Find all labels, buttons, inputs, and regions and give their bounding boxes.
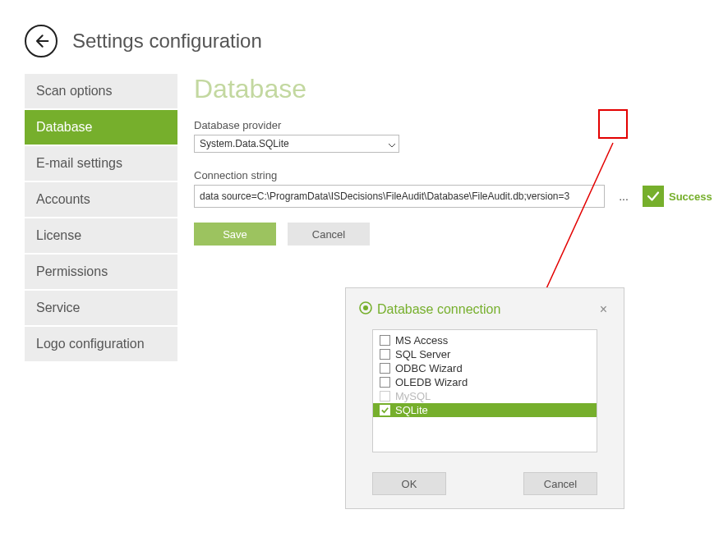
checkbox-icon [380, 405, 390, 415]
provider-select[interactable] [194, 135, 399, 153]
arrow-left-icon [33, 33, 49, 49]
connstr-input[interactable] [194, 185, 605, 208]
db-option-sqlite[interactable]: SQLite [373, 403, 597, 417]
sidebar-item-service[interactable]: Service [25, 291, 177, 325]
db-option-label: SQLite [395, 404, 428, 416]
provider-select-wrap [194, 135, 399, 153]
sidebar-item-accounts[interactable]: Accounts [25, 182, 177, 217]
db-option-label: SQL Server [395, 348, 450, 360]
sidebar-item-logo-configuration[interactable]: Logo configuration [25, 327, 177, 361]
sidebar-item-database[interactable]: Database [25, 110, 177, 145]
sidebar-item-scan-options[interactable]: Scan options [25, 74, 177, 108]
connstr-label: Connection string [194, 169, 728, 181]
provider-label: Database provider [194, 119, 728, 131]
db-option-label: MS Access [395, 334, 448, 347]
db-option-odbc-wizard[interactable]: ODBC Wizard [373, 361, 597, 375]
checkbox-icon [380, 335, 390, 346]
checkbox-icon [380, 391, 390, 402]
success-label: Success [669, 190, 712, 203]
db-option-label: ODBC Wizard [395, 362, 463, 374]
db-option-label: MySQL [395, 390, 431, 402]
cancel-button[interactable]: Cancel [288, 223, 370, 246]
checkbox-icon [380, 363, 390, 374]
sidebar-item-e-mail-settings[interactable]: E-mail settings [25, 146, 177, 181]
db-option-mysql: MySQL [373, 389, 597, 403]
db-connection-dialog: Database connection × MS AccessSQL Serve… [345, 287, 624, 509]
back-button[interactable] [25, 25, 58, 57]
page-title: Settings configuration [72, 30, 262, 53]
dialog-header: Database connection × [359, 301, 611, 318]
connstr-row: ... Success [194, 185, 728, 208]
header: Settings configuration [0, 0, 728, 74]
dialog-title-wrap: Database connection [359, 301, 500, 318]
dialog-cancel-button[interactable]: Cancel [523, 472, 597, 495]
browse-button[interactable]: ... [613, 185, 634, 208]
dialog-button-row: OK Cancel [359, 472, 611, 495]
db-option-sql-server[interactable]: SQL Server [373, 347, 597, 361]
checkbox-icon [380, 377, 390, 388]
database-icon [359, 301, 372, 318]
sidebar-item-license[interactable]: License [25, 218, 177, 253]
success-indicator: Success [643, 186, 712, 207]
sidebar: Scan optionsDatabaseE-mail settingsAccou… [25, 74, 177, 363]
dialog-title: Database connection [377, 302, 500, 317]
sidebar-item-permissions[interactable]: Permissions [25, 255, 177, 289]
save-button[interactable]: Save [194, 223, 276, 246]
checkbox-icon [380, 349, 390, 360]
close-icon[interactable]: × [597, 302, 611, 317]
main-title: Database [194, 74, 728, 104]
db-option-label: OLEDB Wizard [395, 376, 468, 388]
ok-button[interactable]: OK [372, 472, 446, 495]
db-option-ms-access[interactable]: MS Access [373, 333, 597, 347]
svg-point-2 [363, 305, 368, 310]
db-options-list: MS AccessSQL ServerODBC WizardOLEDB Wiza… [372, 329, 597, 452]
button-row: Save Cancel [194, 223, 728, 246]
db-option-oledb-wizard[interactable]: OLEDB Wizard [373, 375, 597, 389]
check-icon [643, 186, 664, 207]
